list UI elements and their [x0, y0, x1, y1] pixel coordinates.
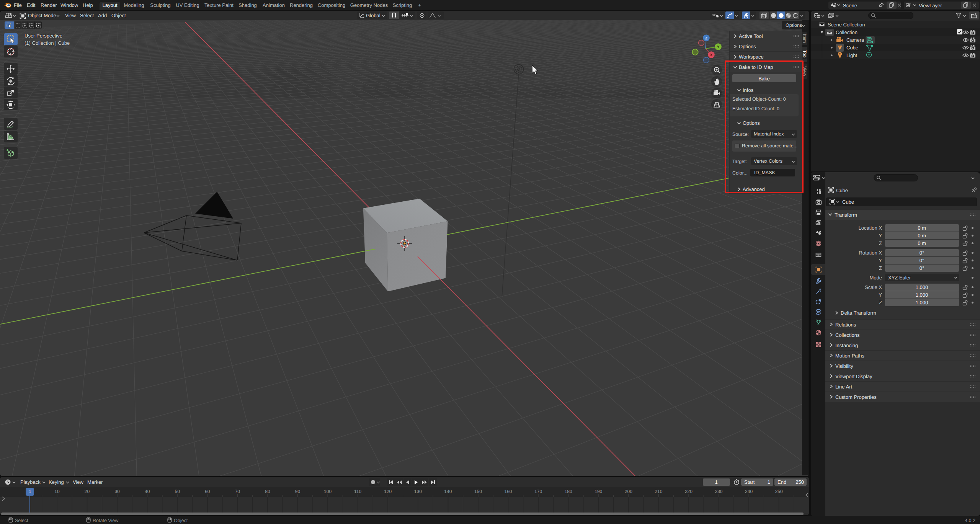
svg-text:Y: Y — [717, 45, 720, 49]
svg-text:Z: Z — [705, 36, 707, 41]
svg-text:X: X — [710, 53, 713, 57]
